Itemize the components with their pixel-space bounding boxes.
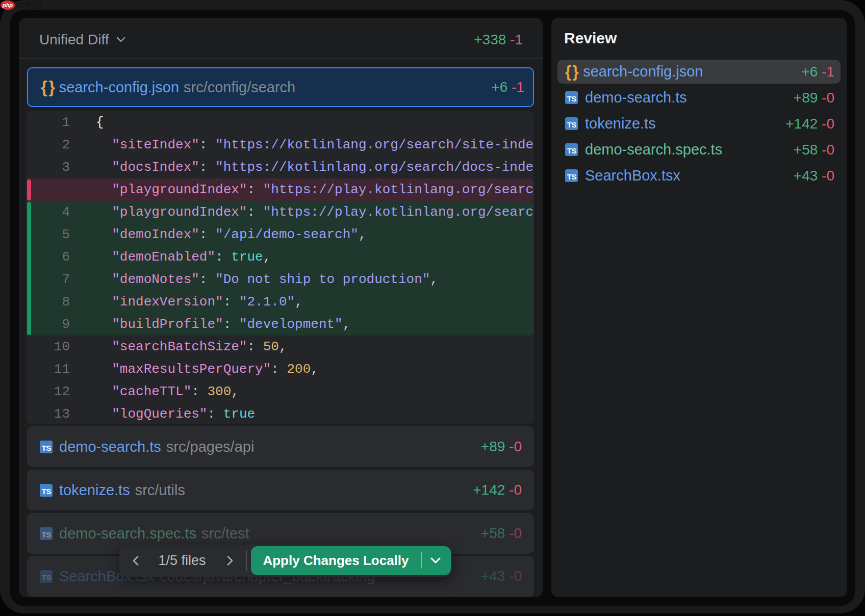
svg-text:php: php xyxy=(2,2,13,8)
